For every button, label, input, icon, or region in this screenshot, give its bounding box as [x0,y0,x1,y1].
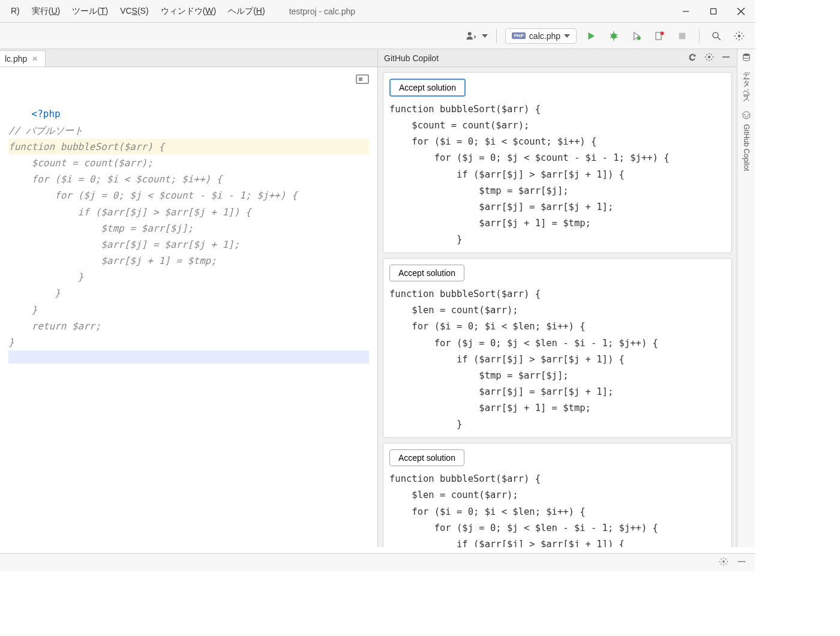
code-line: $tmp = $arr[$j]; [8,223,193,234]
reader-mode-icon[interactable] [356,74,369,84]
svg-point-22 [743,112,750,119]
code-line: <?php [32,108,61,119]
svg-line-10 [610,37,611,38]
menu-item-tools[interactable]: ツール(T) [66,2,114,20]
svg-rect-15 [679,32,686,39]
code-line: $arr[$j + 1] = $tmp; [8,255,217,266]
search-button[interactable] [708,28,725,44]
hide-panel-icon[interactable] [737,557,746,568]
database-label: データベース [741,67,751,100]
refresh-icon[interactable] [688,52,697,64]
user-dropdown-icon[interactable] [482,34,488,38]
copilot-pane: GitHub Copilot Accept solutionfunction b… [378,49,737,547]
code-line [8,350,369,364]
editor-tabs: lc.php ✕ [0,49,377,67]
svg-line-17 [718,37,721,40]
solution-card: Accept solutionfunction bubbleSort($arr)… [383,443,732,547]
svg-point-24 [747,114,748,115]
code-line: } [8,287,61,299]
stop-button[interactable] [674,28,691,44]
run-configuration-selector[interactable]: PHP calc.php [505,28,577,44]
svg-point-18 [738,34,741,37]
menubar: R) 実行(U) ツール(T) VCS(S) ウィンドウ(W) ヘルプ(H) t… [0,0,755,23]
code-line: } [8,304,37,316]
right-tool-rail: データベース GitHub Copilot [737,49,755,547]
accept-solution-button[interactable]: Accept solution [389,265,464,281]
svg-line-9 [616,34,617,35]
editor-pane: lc.php ✕ <?php // バブルソート function bubble… [0,49,378,547]
solution-card: Accept solutionfunction bubbleSort($arr)… [383,258,732,438]
close-button[interactable] [727,0,755,23]
coverage-button[interactable] [628,28,645,44]
profile-button[interactable] [651,28,668,44]
code-line: return $arr; [8,320,101,332]
window-controls [672,0,755,23]
solution-card: Accept solutionfunction bubbleSort($arr)… [383,72,732,253]
main-area: lc.php ✕ <?php // バブルソート function bubble… [0,49,755,547]
code-line: $arr[$j] = $arr[$j + 1]; [8,239,239,250]
accept-solution-button[interactable]: Accept solution [389,79,466,97]
user-icon[interactable] [463,28,479,44]
code-line: for ($j = 0; $j < $count - $i - 1; $j++)… [8,190,298,201]
debug-button[interactable] [605,28,622,44]
file-tab-calc[interactable]: lc.php ✕ [0,50,46,67]
svg-point-12 [637,36,641,40]
toolbar-separator [496,29,497,43]
main-toolbar: PHP calc.php [0,23,755,49]
code-line: } [8,271,83,283]
run-button[interactable] [583,28,599,44]
maximize-button[interactable] [700,0,727,23]
gear-icon[interactable] [704,52,714,64]
copilot-title: GitHub Copilot [384,53,688,63]
menu-item-help[interactable]: ヘルプ(H) [222,2,271,20]
menu-item-r[interactable]: R) [5,2,26,20]
solution-code: function bubbleSort($arr) { $count = cou… [389,101,725,248]
menu-item-run[interactable]: 実行(U) [26,2,66,20]
database-icon [742,53,751,64]
code-line: function bubbleSort($arr) { [8,139,369,155]
copilot-tool-button[interactable]: GitHub Copilot [742,110,751,171]
svg-point-14 [661,31,664,35]
chevron-down-icon [564,34,570,38]
copilot-header: GitHub Copilot [378,49,737,67]
accept-solution-button[interactable]: Accept solution [389,449,464,466]
toolbar-separator [699,29,700,43]
php-badge-icon: PHP [512,32,525,39]
close-tab-icon[interactable]: ✕ [32,55,38,63]
svg-point-4 [468,32,472,35]
statusbar [0,553,755,571]
menu-item-vcs[interactable]: VCS(S) [114,2,154,20]
menu-item-window[interactable]: ウィンドウ(W) [155,2,223,20]
database-tool-button[interactable]: データベース [741,53,751,100]
solution-code: function bubbleSort($arr) { $len = count… [389,286,725,433]
copilot-icon [742,110,751,122]
window-title: testproj - calc.php [289,7,356,16]
code-line: } [8,337,14,348]
minimize-panel-icon[interactable] [721,52,731,64]
run-config-label: calc.php [529,31,560,41]
settings-button[interactable] [731,28,748,44]
svg-point-5 [611,33,617,38]
minimize-button[interactable] [672,0,700,23]
copilot-solutions[interactable]: Accept solutionfunction bubbleSort($arr)… [378,67,737,547]
svg-line-8 [610,34,611,35]
menu-items: R) 実行(U) ツール(T) VCS(S) ウィンドウ(W) ヘルプ(H) [5,2,271,20]
svg-point-19 [708,56,710,58]
code-line: // バブルソート [8,125,83,136]
svg-line-11 [616,37,617,38]
code-line: if ($arr[$j] > $arr[$j + 1]) { [8,206,251,218]
file-tab-label: lc.php [5,54,27,64]
svg-point-16 [713,32,718,38]
copilot-rail-label: GitHub Copilot [742,124,751,171]
code-editor[interactable]: <?php // バブルソート function bubbleSort($arr… [0,67,377,547]
code-line: $count = count($arr); [8,157,153,169]
settings-icon[interactable] [719,557,728,568]
svg-point-23 [744,114,745,115]
solution-code: function bubbleSort($arr) { $len = count… [389,471,725,547]
svg-rect-1 [711,9,716,14]
code-line: for ($i = 0; $i < $count; $i++) { [8,173,222,185]
svg-point-21 [743,53,749,56]
svg-point-25 [722,560,725,563]
